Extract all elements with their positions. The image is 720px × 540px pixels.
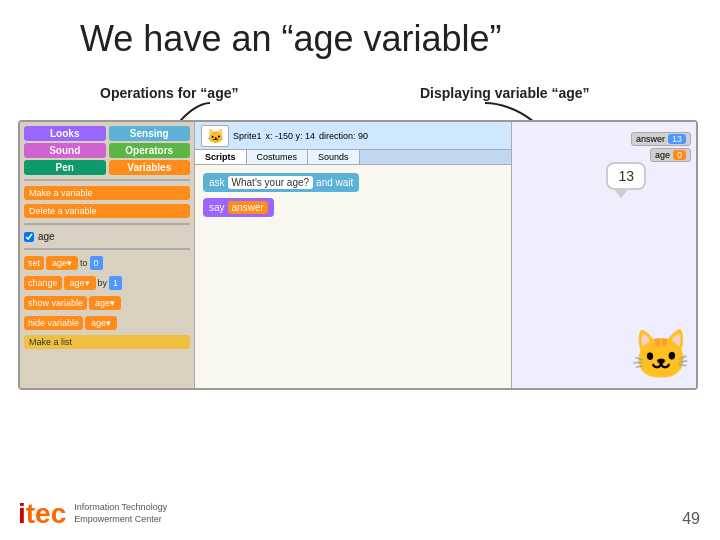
cat-variables-btn[interactable]: Variables	[109, 160, 191, 175]
stage-panel: answer 13 age 0 13 🐱	[511, 122, 696, 388]
monitor-answer: answer 13	[631, 132, 691, 146]
monitor-age-label: age	[655, 150, 670, 160]
sprite-bar: 🐱 Sprite1 x: -150 y: 14 direction: 90	[195, 122, 511, 150]
page-title: We have an “age variable”	[80, 18, 502, 60]
scripts-area: ask What's your age? and wait say answer	[195, 165, 511, 388]
itec-area: itec Information Technology Empowerment …	[18, 498, 167, 530]
make-variable-btn[interactable]: Make a variable	[24, 186, 190, 200]
monitor-answer-label: answer	[636, 134, 665, 144]
category-row-1: Looks Sensing	[24, 126, 190, 141]
make-list-btn[interactable]: Make a list	[24, 335, 190, 349]
change-val: 1	[109, 276, 122, 290]
tabs-bar: Scripts Costumes Sounds	[195, 150, 511, 165]
show-block: show variable age▾	[24, 296, 190, 310]
stage-area: answer 13 age 0 13 🐱	[512, 122, 696, 388]
set-block: set age▾ to 0	[24, 256, 190, 270]
cat-sprite: 🐱	[631, 327, 691, 383]
itec-line2: Empowerment Center	[74, 514, 167, 526]
divider-3	[24, 248, 190, 250]
page-number: 49	[682, 510, 700, 528]
itec-line1: Information Technology	[74, 502, 167, 514]
cat-sound-btn[interactable]: Sound	[24, 143, 106, 158]
age-checkbox-row: age	[24, 231, 190, 242]
set-var: age▾	[46, 256, 78, 270]
set-val: 0	[90, 256, 103, 270]
show-var: age▾	[89, 296, 121, 310]
age-label: age	[38, 231, 55, 242]
age-checkbox[interactable]	[24, 232, 34, 242]
scripts-panel: 🐱 Sprite1 x: -150 y: 14 direction: 90 Sc…	[195, 122, 511, 388]
show-label: show variable	[24, 296, 87, 310]
cat-sensing-btn[interactable]: Sensing	[109, 126, 191, 141]
say-var-value: answer	[228, 201, 268, 214]
change-label: change	[24, 276, 62, 290]
ask-input-value: What's your age?	[228, 176, 314, 189]
change-var: age▾	[64, 276, 96, 290]
scratch-ide: Looks Sensing Sound Operators Pen Variab…	[18, 120, 698, 390]
sprite-name: Sprite1	[233, 131, 262, 141]
say-block: say answer	[203, 198, 274, 217]
change-by-label: by	[98, 278, 108, 288]
hide-var: age▾	[85, 316, 117, 330]
set-to-label: to	[80, 258, 88, 268]
itec-logo: itec	[18, 498, 66, 530]
itec-text: Information Technology Empowerment Cente…	[74, 502, 167, 525]
ask-wait-label: and wait	[316, 177, 353, 188]
set-label: set	[24, 256, 44, 270]
sprite-direction: direction: 90	[319, 131, 368, 141]
hide-block: hide variable age▾	[24, 316, 190, 330]
cat-operators-btn[interactable]: Operators	[109, 143, 191, 158]
ask-block: ask What's your age? and wait	[203, 173, 359, 192]
itec-logo-i: i	[18, 498, 26, 529]
divider-2	[24, 223, 190, 225]
ask-label: ask	[209, 177, 225, 188]
divider-1	[24, 179, 190, 181]
sprite-coords: x: -150 y: 14	[266, 131, 316, 141]
blocks-panel: Looks Sensing Sound Operators Pen Variab…	[20, 122, 195, 388]
cat-pen-btn[interactable]: Pen	[24, 160, 106, 175]
say-label: say	[209, 202, 225, 213]
sprite-thumbnail: 🐱	[201, 125, 229, 147]
delete-variable-btn[interactable]: Delete a variable	[24, 204, 190, 218]
speech-bubble: 13	[606, 162, 646, 190]
monitor-answer-value: 13	[668, 134, 686, 144]
tab-costumes[interactable]: Costumes	[247, 150, 309, 164]
monitor-age: age 0	[650, 148, 691, 162]
category-row-2: Sound Operators	[24, 143, 190, 158]
cat-looks-btn[interactable]: Looks	[24, 126, 106, 141]
tab-sounds[interactable]: Sounds	[308, 150, 360, 164]
itec-logo-tec: tec	[26, 498, 66, 529]
category-row-3: Pen Variables	[24, 160, 190, 175]
change-block: change age▾ by 1	[24, 276, 190, 290]
hide-label: hide variable	[24, 316, 83, 330]
tab-scripts[interactable]: Scripts	[195, 150, 247, 164]
monitor-age-value: 0	[673, 150, 686, 160]
